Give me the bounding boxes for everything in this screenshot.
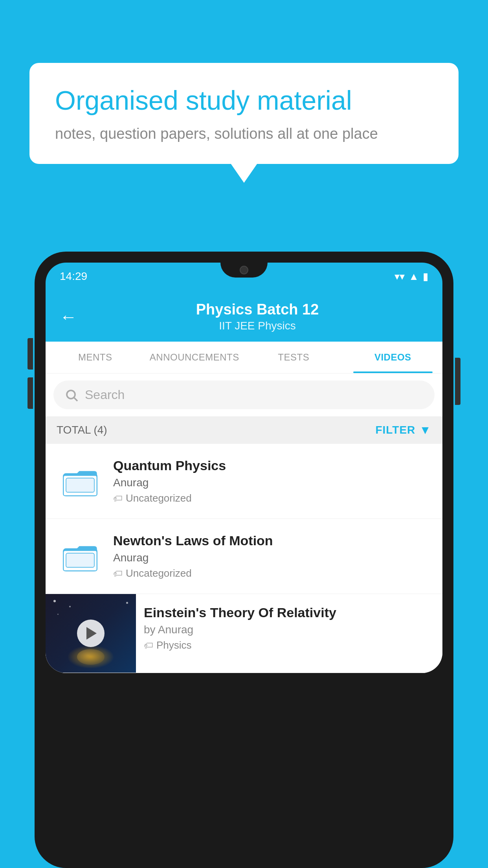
star (53, 600, 56, 602)
svg-line-1 (74, 397, 77, 401)
video-title: Newton's Laws of Motion (113, 533, 431, 548)
tab-videos[interactable]: VIDEOS (343, 342, 443, 373)
tabs-bar: MENTS ANNOUNCEMENTS TESTS VIDEOS (46, 342, 442, 373)
tag-label: Uncategorized (126, 567, 192, 579)
phone-notch (220, 263, 268, 278)
phone-outer: 14:29 ▾▾ ▲ ▮ ← Physics Batch 12 IIT JEE … (35, 252, 453, 868)
star (57, 614, 59, 615)
star (69, 606, 71, 607)
tab-announcements[interactable]: ANNOUNCEMENTS (145, 342, 244, 373)
tag-icon: 🏷 (113, 568, 123, 579)
video-tag: 🏷 Uncategorized (113, 567, 431, 579)
einstein-thumbnail (46, 594, 136, 673)
side-button-left2 (28, 377, 33, 409)
signal-icon: ▲ (409, 270, 419, 283)
phone-screen: ← Physics Batch 12 IIT JEE Physics MENTS… (46, 290, 442, 673)
planet (77, 649, 105, 665)
status-bar: 14:29 ▾▾ ▲ ▮ (46, 263, 442, 290)
filter-funnel-icon: ▼ (419, 423, 431, 437)
einstein-info: Einstein's Theory Of Relativity by Anura… (136, 594, 442, 662)
play-triangle-icon (86, 627, 97, 640)
list-item[interactable]: Newton's Laws of Motion Anurag 🏷 Uncateg… (46, 519, 442, 594)
status-icons: ▾▾ ▲ ▮ (394, 270, 428, 283)
bubble-title: Organised study material (55, 85, 433, 117)
camera-dot (240, 266, 248, 274)
video-info-newton: Newton's Laws of Motion Anurag 🏷 Uncateg… (113, 533, 431, 579)
folder-icon (62, 463, 98, 499)
svg-point-0 (67, 390, 75, 399)
header-center: Physics Batch 12 IIT JEE Physics (86, 301, 428, 332)
video-author: Anurag (113, 476, 431, 489)
total-count: TOTAL (4) (57, 424, 107, 436)
bubble-subtitle: notes, question papers, solutions all at… (55, 125, 433, 142)
search-container: Search (46, 373, 442, 416)
search-icon (64, 388, 79, 402)
filter-button[interactable]: FILTER ▼ (375, 423, 431, 437)
star (126, 602, 128, 604)
back-button[interactable]: ← (60, 307, 77, 327)
wifi-icon: ▾▾ (394, 270, 405, 283)
tab-tests[interactable]: TESTS (244, 342, 343, 373)
filter-label: FILTER (375, 424, 415, 436)
video-info-quantum: Quantum Physics Anurag 🏷 Uncategorized (113, 458, 431, 504)
video-list: Quantum Physics Anurag 🏷 Uncategorized (46, 444, 442, 673)
folder-thumb-newton (57, 535, 104, 578)
play-button[interactable] (77, 620, 105, 647)
side-button-left (28, 338, 33, 370)
folder-thumb-quantum (57, 460, 104, 503)
video-tag: 🏷 Physics (144, 639, 435, 651)
search-box[interactable]: Search (53, 381, 435, 409)
speech-bubble: Organised study material notes, question… (29, 63, 459, 164)
tag-icon: 🏷 (113, 493, 123, 504)
phone-wrapper: 14:29 ▾▾ ▲ ▮ ← Physics Batch 12 IIT JEE … (35, 252, 453, 868)
search-placeholder: Search (85, 388, 125, 402)
side-button-right (455, 358, 460, 405)
list-item[interactable]: Quantum Physics Anurag 🏷 Uncategorized (46, 444, 442, 519)
folder-icon (62, 539, 98, 574)
header-title: Physics Batch 12 (86, 301, 428, 318)
filter-bar: TOTAL (4) FILTER ▼ (46, 416, 442, 444)
tag-label: Physics (156, 639, 192, 651)
svg-rect-4 (66, 478, 94, 492)
video-title: Einstein's Theory Of Relativity (144, 605, 435, 620)
tag-icon: 🏷 (144, 640, 153, 651)
list-item[interactable]: Einstein's Theory Of Relativity by Anura… (46, 594, 442, 673)
tab-ments[interactable]: MENTS (46, 342, 145, 373)
video-author: by Anurag (144, 623, 435, 636)
speech-bubble-container: Organised study material notes, question… (29, 63, 459, 164)
tag-label: Uncategorized (126, 492, 192, 504)
status-time: 14:29 (60, 270, 87, 283)
video-title: Quantum Physics (113, 458, 431, 473)
video-tag: 🏷 Uncategorized (113, 492, 431, 504)
battery-icon: ▮ (423, 270, 428, 283)
app-header: ← Physics Batch 12 IIT JEE Physics (46, 290, 442, 342)
svg-rect-7 (66, 553, 94, 567)
header-subtitle: IIT JEE Physics (86, 320, 428, 332)
video-author: Anurag (113, 552, 431, 564)
